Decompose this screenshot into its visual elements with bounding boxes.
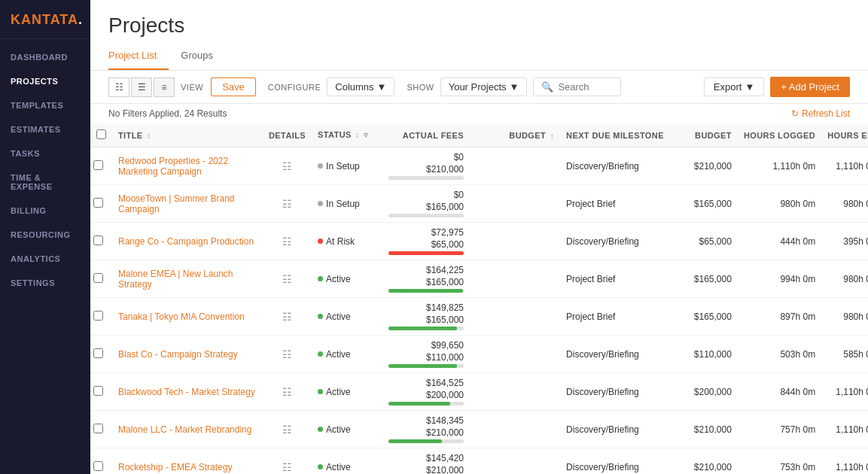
- status-badge-2: At Risk: [318, 236, 373, 247]
- project-link-2[interactable]: Range Co - Campaign Production: [118, 236, 254, 247]
- row-checkbox-2[interactable]: [93, 235, 103, 245]
- row-title-cell: Malone EMEA | New Launch Strategy: [112, 260, 263, 298]
- project-link-4[interactable]: Tanaka | Tokyo MIA Convention: [118, 311, 245, 322]
- columns-dropdown[interactable]: Columns ▼: [327, 77, 394, 96]
- row-checkbox-7[interactable]: [93, 424, 103, 433]
- sidebar-item-billing[interactable]: Billing: [0, 199, 90, 223]
- row-hours-est-cell: 1,110h 0m: [821, 448, 868, 475]
- milestone-label-5: Discovery/Briefing: [566, 349, 639, 360]
- hours-est-3: 980h 0m: [843, 274, 868, 284]
- details-icon-7[interactable]: ☷: [282, 424, 292, 436]
- row-budget2-cell: $110,000: [670, 336, 738, 373]
- row-checkbox-5[interactable]: [93, 348, 103, 358]
- details-icon-3[interactable]: ☷: [282, 273, 292, 285]
- table-row: Blackwood Tech - Market Strategy ☷ Activ…: [90, 373, 868, 411]
- sidebar-item-templates[interactable]: Templates: [0, 93, 90, 117]
- search-input[interactable]: [558, 81, 612, 93]
- actual-fees-0: $0: [454, 152, 464, 163]
- sidebar-item-estimates[interactable]: Estimates: [0, 117, 90, 141]
- project-link-1[interactable]: MooseTown | Summer Brand Campaign: [118, 193, 235, 214]
- row-hours-logged-cell: 503h 0m: [738, 336, 821, 373]
- budget-val-4: $165,000: [426, 314, 464, 325]
- row-hours-est-cell: 1,110h 0m: [821, 411, 868, 448]
- table-row: Blast Co - Campaign Strategy ☷ Active $9…: [90, 336, 868, 373]
- project-link-6[interactable]: Blackwood Tech - Market Strategy: [118, 387, 255, 397]
- status-dot-1: [318, 201, 323, 206]
- budget2-val-1: $165,000: [694, 199, 732, 209]
- add-project-button[interactable]: + Add Project: [770, 77, 850, 97]
- list-view-button[interactable]: ☰: [131, 77, 152, 97]
- columns-label: Columns: [335, 81, 373, 93]
- hours-logged-5: 503h 0m: [780, 349, 815, 360]
- row-status-cell: In Setup: [312, 185, 379, 223]
- sidebar-item-dashboard[interactable]: Dashboard: [0, 45, 90, 69]
- export-button[interactable]: Export ▼: [704, 77, 764, 96]
- project-link-7[interactable]: Malone LLC - Market Rebranding: [118, 424, 251, 435]
- sidebar-item-time-expense[interactable]: Time & Expense: [0, 166, 90, 199]
- your-projects-dropdown[interactable]: Your Projects ▼: [440, 77, 528, 96]
- row-budget2-cell: $210,000: [670, 411, 738, 448]
- row-checkbox-cell: [90, 223, 112, 260]
- row-title-cell: Rocketship - EMEA Strategy: [112, 448, 263, 475]
- row-fees-cell: $0 $210,000: [379, 147, 470, 185]
- budget-bar-fill-2: [388, 251, 464, 255]
- project-link-5[interactable]: Blast Co - Campaign Strategy: [118, 349, 238, 360]
- actual-fees-3: $164,225: [426, 265, 464, 275]
- project-link-0[interactable]: Redwood Properties - 2022 Marketing Camp…: [118, 156, 228, 177]
- budget-bar-track-5: [388, 364, 464, 368]
- row-checkbox-8[interactable]: [93, 461, 103, 471]
- sort-budget-icon[interactable]: ↕: [550, 132, 554, 140]
- row-budget-combined-cell: [470, 147, 560, 185]
- row-title-cell: Tanaka | Tokyo MIA Convention: [112, 298, 263, 336]
- sidebar-item-resourcing[interactable]: Resourcing: [0, 223, 90, 247]
- row-budget2-cell: $210,000: [670, 448, 738, 475]
- project-link-3[interactable]: Malone EMEA | New Launch Strategy: [118, 269, 233, 290]
- details-icon-6[interactable]: ☷: [282, 386, 292, 398]
- status-dot-4: [318, 314, 323, 319]
- row-checkbox-cell: [90, 147, 112, 185]
- save-button[interactable]: Save: [211, 77, 256, 96]
- details-icon-8[interactable]: ☷: [282, 461, 292, 473]
- compact-view-button[interactable]: ≡: [154, 77, 175, 97]
- budget2-val-4: $165,000: [694, 311, 732, 322]
- details-icon-4[interactable]: ☷: [282, 311, 292, 323]
- filter-status-icon[interactable]: ▿: [364, 130, 368, 139]
- row-checkbox-4[interactable]: [93, 311, 103, 321]
- sidebar-nav: Dashboard Projects Templates Estimates T…: [0, 39, 90, 295]
- sidebar-item-projects[interactable]: Projects: [0, 69, 90, 93]
- sort-status-icon[interactable]: ↕: [355, 131, 359, 139]
- sidebar-item-tasks[interactable]: Tasks: [0, 141, 90, 166]
- hours-logged-6: 844h 0m: [780, 387, 815, 397]
- row-budget-combined-cell: [470, 185, 560, 223]
- row-milestone-cell: Project Brief: [560, 260, 670, 298]
- grid-view-button[interactable]: ☷: [108, 77, 129, 97]
- row-status-cell: In Setup: [312, 147, 379, 185]
- tab-groups[interactable]: Groups: [181, 42, 225, 70]
- sidebar-item-settings[interactable]: Settings: [0, 271, 90, 295]
- select-all-checkbox[interactable]: [96, 129, 106, 139]
- row-checkbox-3[interactable]: [93, 273, 103, 283]
- hours-logged-3: 994h 0m: [780, 274, 815, 284]
- details-icon-2[interactable]: ☷: [282, 235, 292, 248]
- details-icon-1[interactable]: ☷: [282, 198, 292, 210]
- sidebar-item-analytics[interactable]: Analytics: [0, 247, 90, 271]
- refresh-link[interactable]: ↻ Refresh List: [791, 108, 850, 119]
- status-dot-0: [318, 163, 323, 169]
- row-fees-cell: $164,525 $200,000: [379, 373, 470, 411]
- details-icon-5[interactable]: ☷: [282, 348, 292, 360]
- tab-project-list[interactable]: Project List: [108, 42, 169, 70]
- main-content: Projects Project List Groups ☷ ☰ ≡ VIEW …: [90, 0, 868, 474]
- row-budget-combined-cell: [470, 373, 560, 411]
- row-checkbox-0[interactable]: [93, 160, 103, 170]
- row-hours-est-cell: 980h 0m: [821, 298, 868, 336]
- project-link-8[interactable]: Rocketship - EMEA Strategy: [118, 462, 232, 472]
- hours-est-8: 1,110h 0m: [836, 462, 868, 472]
- row-hours-logged-cell: 753h 0m: [738, 448, 821, 475]
- row-title-cell: Range Co - Campaign Production: [112, 223, 263, 260]
- th-details: DETAILS: [263, 123, 312, 147]
- budget-bar-fill-5: [388, 364, 457, 368]
- sort-title-icon[interactable]: ↕: [147, 132, 151, 140]
- details-icon-0[interactable]: ☷: [282, 160, 292, 172]
- row-checkbox-6[interactable]: [93, 386, 103, 396]
- row-checkbox-1[interactable]: [93, 198, 103, 208]
